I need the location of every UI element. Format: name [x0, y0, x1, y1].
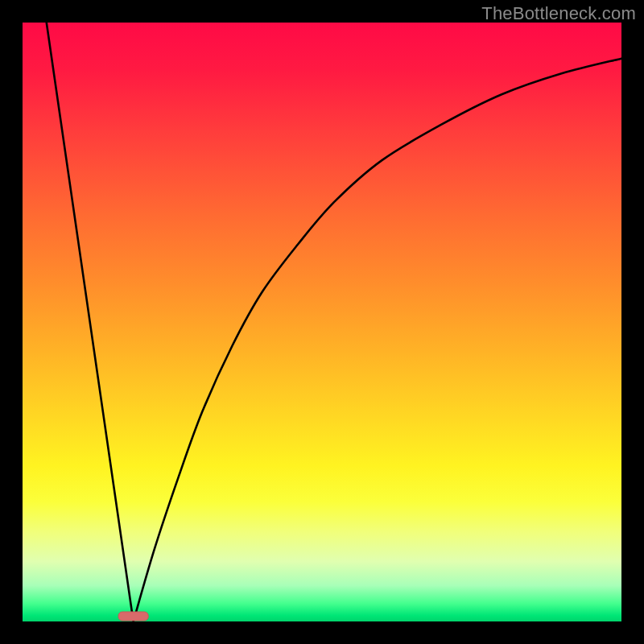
chart-frame: TheBottleneck.com — [0, 0, 644, 644]
bottleneck-marker — [118, 612, 148, 621]
watermark-text: TheBottleneck.com — [481, 3, 636, 24]
plot-area — [23, 23, 621, 621]
curve-svg — [23, 23, 621, 621]
curve-path — [47, 23, 621, 621]
